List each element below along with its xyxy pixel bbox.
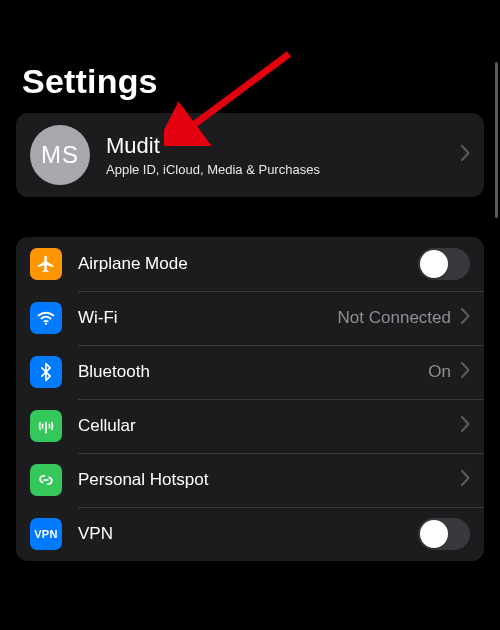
apple-id-card[interactable]: MS Mudit Apple ID, iCloud, Media & Purch… bbox=[16, 113, 484, 197]
hotspot-icon bbox=[30, 464, 62, 496]
row-cellular[interactable]: Cellular bbox=[16, 399, 484, 453]
chevron-right-icon bbox=[455, 145, 470, 166]
bluetooth-icon bbox=[30, 356, 62, 388]
wifi-icon bbox=[30, 302, 62, 334]
airplane-toggle[interactable] bbox=[418, 248, 470, 280]
chevron-right-icon bbox=[455, 416, 470, 437]
wifi-status: Not Connected bbox=[338, 308, 455, 328]
row-label: VPN bbox=[62, 524, 418, 544]
chevron-right-icon bbox=[455, 470, 470, 491]
profile-subtitle: Apple ID, iCloud, Media & Purchases bbox=[106, 162, 455, 177]
row-personal-hotspot[interactable]: Personal Hotspot bbox=[16, 453, 484, 507]
scroll-indicator bbox=[495, 62, 498, 218]
row-label: Wi-Fi bbox=[62, 308, 338, 328]
settings-group: Airplane Mode Wi-Fi Not Connected Blueto… bbox=[16, 237, 484, 561]
cellular-icon bbox=[30, 410, 62, 442]
row-label: Cellular bbox=[62, 416, 455, 436]
page-title: Settings bbox=[0, 0, 500, 113]
row-label: Personal Hotspot bbox=[62, 470, 455, 490]
profile-name: Mudit bbox=[106, 133, 455, 159]
row-wifi[interactable]: Wi-Fi Not Connected bbox=[16, 291, 484, 345]
row-airplane-mode[interactable]: Airplane Mode bbox=[16, 237, 484, 291]
chevron-right-icon bbox=[455, 362, 470, 383]
chevron-right-icon bbox=[455, 308, 470, 329]
row-label: Bluetooth bbox=[62, 362, 428, 382]
bluetooth-status: On bbox=[428, 362, 455, 382]
vpn-toggle[interactable] bbox=[418, 518, 470, 550]
svg-point-0 bbox=[45, 323, 47, 325]
row-vpn[interactable]: VPN VPN bbox=[16, 507, 484, 561]
airplane-icon bbox=[30, 248, 62, 280]
vpn-icon: VPN bbox=[30, 518, 62, 550]
row-label: Airplane Mode bbox=[62, 254, 418, 274]
row-bluetooth[interactable]: Bluetooth On bbox=[16, 345, 484, 399]
avatar: MS bbox=[30, 125, 90, 185]
